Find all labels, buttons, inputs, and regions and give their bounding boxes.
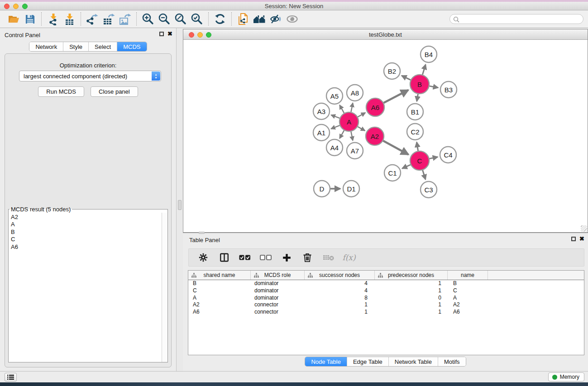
column-header-shared-name[interactable]: shared name (188, 271, 251, 280)
show-columns-button[interactable] (217, 250, 231, 265)
horizontal-splitter-handle[interactable] (199, 232, 205, 234)
cell-name[interactable]: A6 (448, 309, 488, 316)
column-header-name[interactable]: name (448, 271, 488, 280)
tab-node-table[interactable]: Node Table (305, 357, 347, 366)
save-session-button[interactable] (22, 11, 38, 27)
table-row[interactable]: A dominator 8 0 A (188, 295, 584, 302)
cell-shared-name[interactable]: C (188, 287, 251, 295)
vertical-splitter-handle[interactable] (178, 200, 182, 210)
result-item[interactable]: B (9, 229, 161, 236)
zoom-in-button[interactable] (140, 11, 156, 27)
graph-edge-A-A1[interactable] (331, 125, 339, 129)
cell-name[interactable]: A (448, 295, 488, 302)
search-input[interactable] (462, 15, 579, 23)
network-graph-canvas[interactable]: B4B2BB3A5A8A6A3B1AC2A1A2A4A7C4CC1DD1C3 (183, 40, 588, 232)
cell-shared-name[interactable]: A6 (188, 309, 251, 316)
graph-edge-A-A2[interactable] (358, 127, 365, 131)
column-header-mcds-role[interactable]: MCDS role (251, 271, 305, 280)
cell-mcds-role[interactable]: dominator (251, 287, 305, 295)
create-network-view-button[interactable] (235, 11, 251, 27)
tab-network-table[interactable]: Network Table (388, 357, 438, 366)
cell-shared-name[interactable]: A2 (188, 301, 251, 309)
column-header-successor-nodes[interactable]: successor nodes (305, 271, 375, 280)
export-image-button[interactable] (117, 11, 133, 27)
function-builder-button[interactable]: f(x) (342, 250, 356, 265)
export-network-button[interactable] (84, 11, 100, 27)
result-item[interactable]: C (9, 236, 161, 243)
close-panel-button-2[interactable]: Close panel (91, 86, 138, 97)
column-header-predecessor-nodes[interactable]: predecessor nodes (375, 271, 448, 280)
open-file-button[interactable] (5, 11, 22, 27)
cell-shared-name[interactable]: A (188, 295, 251, 302)
add-column-button[interactable] (279, 250, 294, 265)
show-graphics-details-button[interactable] (284, 11, 300, 27)
delete-column-button[interactable] (300, 250, 315, 265)
cell-successor-nodes[interactable]: 1 (305, 309, 375, 316)
memory-button[interactable]: Memory (548, 372, 584, 381)
search-field[interactable] (449, 14, 583, 24)
result-item[interactable]: A (9, 221, 161, 228)
tab-style[interactable]: Style (63, 42, 88, 51)
graph-edge-B-B2[interactable] (402, 76, 411, 80)
zoom-out-button[interactable] (156, 11, 172, 27)
cell-mcds-role[interactable]: dominator (251, 295, 305, 302)
network-window-titlebar[interactable]: testGlobe.txt (183, 29, 588, 40)
graph-edge-A-A5[interactable] (339, 105, 344, 113)
hide-graphics-details-button[interactable] (268, 11, 284, 27)
cell-predecessor-nodes[interactable]: 1 (375, 301, 448, 309)
table-row[interactable]: A2 connector 1 1 A2 (188, 301, 584, 309)
tab-network[interactable]: Network (29, 42, 63, 51)
import-table-button[interactable] (61, 11, 77, 27)
zoom-selected-button[interactable] (189, 11, 205, 27)
deselect-all-button[interactable] (258, 250, 273, 265)
table-row[interactable]: B dominator 4 1 B (188, 280, 584, 287)
graph-edge-B-B3[interactable] (430, 86, 438, 88)
import-network-button[interactable] (45, 11, 61, 27)
delete-table-button[interactable] (321, 250, 335, 265)
apply-layout-button[interactable] (212, 11, 228, 27)
table-row[interactable]: C dominator 4 1 C (188, 287, 584, 295)
graph-edge-A-A3[interactable] (331, 115, 340, 118)
graph-edge-A6-B[interactable] (384, 90, 408, 103)
tab-motifs[interactable]: Motifs (438, 357, 466, 366)
graph-edge-B-B1[interactable] (417, 94, 418, 101)
cell-name[interactable]: A2 (448, 301, 488, 309)
cell-shared-name[interactable]: B (188, 280, 251, 287)
graph-edge-A-A7[interactable] (351, 132, 353, 141)
result-item[interactable]: A6 (9, 243, 161, 251)
graph-edge-A-A4[interactable] (339, 130, 344, 138)
cell-name[interactable]: C (448, 287, 488, 295)
column-settings-button[interactable] (196, 250, 210, 265)
criterion-dropdown[interactable]: largest connected component (directed) ▲… (19, 71, 161, 81)
cell-successor-nodes[interactable]: 4 (305, 280, 375, 287)
close-table-panel-button[interactable]: ✖ (579, 236, 584, 242)
cell-predecessor-nodes[interactable]: 1 (375, 287, 448, 295)
run-mcds-button[interactable]: Run MCDS (38, 86, 84, 97)
result-scrollbar[interactable] (162, 213, 167, 362)
cell-successor-nodes[interactable]: 8 (305, 295, 375, 302)
graph-edge-A-A6[interactable] (358, 113, 365, 117)
cell-predecessor-nodes[interactable]: 1 (375, 280, 448, 287)
graph-edge-C-C2[interactable] (417, 142, 418, 151)
window-resize-grip[interactable] (581, 225, 587, 232)
home-view-button[interactable] (251, 11, 268, 27)
tab-edge-table[interactable]: Edge Table (347, 357, 388, 366)
cell-successor-nodes[interactable]: 4 (305, 287, 375, 295)
export-table-button[interactable] (100, 11, 117, 27)
zoom-fit-button[interactable] (172, 11, 189, 27)
table-row[interactable]: A6 connector 1 1 A6 (188, 309, 584, 316)
graph-edge-C-C4[interactable] (430, 157, 438, 159)
mcds-result-list[interactable]: A2 A B C A6 (9, 214, 161, 362)
task-history-button[interactable] (5, 373, 17, 381)
cell-successor-nodes[interactable]: 1 (305, 301, 375, 309)
select-all-button[interactable] (238, 250, 252, 265)
float-table-panel-button[interactable] (571, 237, 576, 241)
cell-name[interactable]: B (448, 280, 488, 287)
graph-edge-C-C3[interactable] (423, 170, 425, 180)
close-panel-button[interactable]: ✖ (167, 31, 172, 37)
graph-edge-A2-C[interactable] (383, 141, 408, 154)
cell-mcds-role[interactable]: dominator (251, 280, 305, 287)
cell-predecessor-nodes[interactable]: 1 (375, 309, 448, 316)
float-panel-button[interactable] (159, 32, 164, 36)
cell-mcds-role[interactable]: connector (251, 301, 305, 309)
